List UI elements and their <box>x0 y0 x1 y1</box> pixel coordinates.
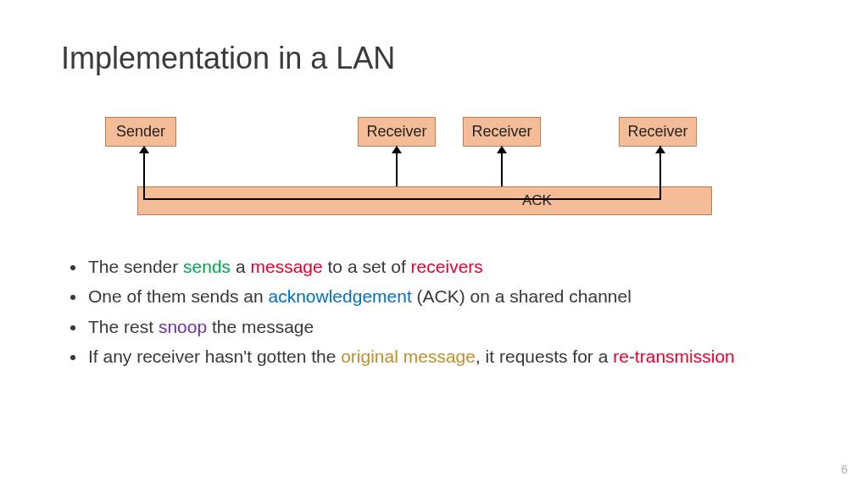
bullet-1-text: The sender <box>88 257 183 276</box>
word-receivers: receivers <box>411 257 483 276</box>
word-original-message: original message <box>341 347 476 366</box>
word-retransmission: re-transmission <box>613 347 735 366</box>
bullet-2-text2: (ACK) on a shared channel <box>412 286 632 306</box>
bullet-3-text2: the message <box>207 317 314 336</box>
lan-diagram: Sender Receiver Receiver Receiver ACK <box>0 108 868 236</box>
receiver-node-3: Receiver <box>619 117 697 147</box>
bullet-4-text: If any receiver hasn't gotten the <box>88 347 341 366</box>
receiver-node-1: Receiver <box>358 117 436 147</box>
bullet-3-text: The rest <box>88 317 159 336</box>
bullet-1: The sender sends a message to a set of r… <box>86 254 805 280</box>
shared-bus <box>137 186 712 215</box>
bullet-2: One of them sends an acknowledgement (AC… <box>86 284 805 309</box>
ack-arrow-sender <box>143 147 145 200</box>
bullet-4: If any receiver hasn't gotten the origin… <box>86 344 805 369</box>
word-message: message <box>250 257 322 276</box>
bullet-list: The sender sends a message to a set of r… <box>68 254 805 374</box>
bullet-3: The rest snoop the message <box>86 314 805 340</box>
word-snoop: snoop <box>159 317 207 336</box>
word-sends: sends <box>183 257 231 276</box>
ack-line-down <box>659 146 661 200</box>
ack-label: ACK <box>522 192 552 209</box>
bullet-1-text2: a <box>231 257 250 276</box>
receiver-node-2: Receiver <box>463 117 541 147</box>
slide-number: 6 <box>841 463 848 476</box>
bullet-4-text2: , it requests for a <box>476 347 613 366</box>
bullet-1-text3: to a set of <box>323 257 411 276</box>
ack-line-horizontal <box>143 198 661 200</box>
arrow-receiver-1 <box>396 147 398 186</box>
sender-node: Sender <box>105 117 176 147</box>
slide: Implementation in a LAN Sender Receiver … <box>0 0 868 488</box>
word-ack: acknowledgement <box>268 286 411 306</box>
arrow-receiver-2 <box>501 147 503 186</box>
slide-title: Implementation in a LAN <box>61 41 395 76</box>
bullet-2-text: One of them sends an <box>88 286 268 306</box>
